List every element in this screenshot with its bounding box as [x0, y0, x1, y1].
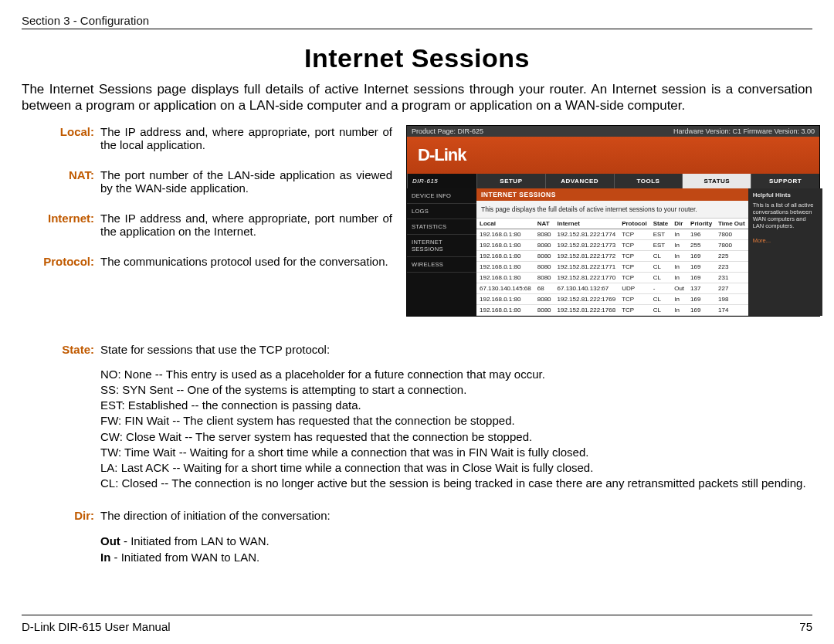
table-cell: 8080	[534, 250, 554, 261]
nav-setup[interactable]: SETUP	[476, 174, 545, 188]
table-cell: In	[671, 272, 687, 283]
table-cell: 174	[715, 304, 748, 315]
table-cell: 8080	[534, 239, 554, 250]
state-line: EST: Established -- the connection is pa…	[100, 398, 812, 413]
term-dir: Dir:	[22, 509, 94, 565]
table-cell: 67.130.140.132:67	[554, 283, 619, 293]
nav-support[interactable]: SUPPORT	[751, 174, 819, 188]
table-row: 67.130.140.145:686867.130.140.132:67UDP-…	[476, 283, 748, 293]
table-cell: In	[671, 239, 687, 250]
table-cell: TCP	[619, 261, 649, 272]
table-cell: 192.152.81.222:1768	[554, 304, 619, 315]
body-dir: The direction of initiation of the conve…	[100, 509, 812, 565]
table-cell: In	[671, 250, 687, 261]
table-cell: 192.168.0.1:80	[476, 304, 534, 315]
table-cell: CL	[650, 261, 672, 272]
table-row: 192.168.0.1:808080192.152.81.222:1768TCP…	[476, 304, 748, 315]
nav-status[interactable]: STATUS	[682, 174, 751, 188]
table-cell: 192.168.0.1:80	[476, 250, 534, 261]
body-internet: The IP address and, where appropriate, p…	[100, 212, 392, 238]
table-cell: CL	[650, 304, 672, 315]
state-line: NO: None -- This entry is used as a plac…	[100, 367, 812, 382]
intro-paragraph: The Internet Sessions page displays full…	[22, 81, 812, 114]
table-cell: In	[671, 261, 687, 272]
table-cell: 231	[715, 272, 748, 283]
table-cell: 192.168.0.1:80	[476, 229, 534, 239]
state-line: LA: Last ACK -- Waiting for a short time…	[100, 460, 812, 476]
table-cell: 169	[687, 293, 715, 304]
header-rule	[22, 29, 812, 29]
table-cell: 192.152.81.222:1771	[554, 261, 619, 272]
table-cell: CL	[650, 293, 672, 304]
table-cell: 192.152.81.222:1770	[554, 272, 619, 283]
table-cell: EST	[650, 239, 672, 250]
table-cell: Out	[671, 283, 687, 293]
footer-page: 75	[799, 620, 812, 633]
table-cell: 169	[687, 261, 715, 272]
table-cell: 137	[687, 283, 715, 293]
side-internet-sessions[interactable]: INTERNET SESSIONS	[407, 235, 476, 257]
panel-desc: This page displays the full details of a…	[476, 201, 748, 219]
table-cell: UDP	[619, 283, 649, 293]
nav-advanced[interactable]: ADVANCED	[545, 174, 614, 188]
table-cell: 8080	[534, 229, 554, 239]
body-state: State for sessions that use the TCP prot…	[100, 343, 812, 492]
hints-body: This is a list of all active conversatio…	[753, 202, 818, 229]
state-line: SS: SYN Sent -- One of the systems is at…	[100, 382, 812, 398]
hints-title: Helpful Hints	[753, 192, 818, 198]
table-cell: CL	[650, 272, 672, 283]
table-cell: 198	[715, 293, 748, 304]
table-cell: 169	[687, 272, 715, 283]
term-local: Local:	[22, 125, 94, 151]
table-cell: 169	[687, 304, 715, 315]
table-cell: 8080	[534, 272, 554, 283]
side-logs[interactable]: LOGS	[407, 204, 476, 219]
table-cell: 225	[715, 250, 748, 261]
state-line: CW: Close Wait -- The server system has …	[100, 429, 812, 445]
table-cell: In	[671, 229, 687, 239]
table-header: Local	[476, 219, 534, 229]
hints-more[interactable]: More...	[753, 237, 818, 244]
term-nat: NAT:	[22, 168, 94, 195]
table-cell: 7800	[715, 229, 748, 239]
state-line: CL: Closed -- The connection is no longe…	[100, 476, 812, 491]
table-cell: 192.168.0.1:80	[476, 293, 534, 304]
router-screenshot: Product Page: DIR-625 Hardware Version: …	[406, 125, 820, 317]
table-cell: 169	[687, 250, 715, 261]
table-header: Protocol	[619, 219, 649, 229]
page-title: Internet Sessions	[22, 43, 812, 73]
body-nat: The port number of the LAN-side applicat…	[100, 168, 392, 195]
table-cell: 192.168.0.1:80	[476, 272, 534, 283]
router-model: DIR-615	[407, 174, 476, 188]
dir-out: Out - Initiated from LAN to WAN.	[100, 533, 812, 549]
table-cell: 192.152.81.222:1769	[554, 293, 619, 304]
table-row: 192.168.0.1:808080192.152.81.222:1769TCP…	[476, 293, 748, 304]
table-cell: TCP	[619, 272, 649, 283]
table-cell: 192.168.0.1:80	[476, 239, 534, 250]
side-wireless[interactable]: WIRELESS	[407, 257, 476, 273]
table-row: 192.168.0.1:808080192.152.81.222:1772TCP…	[476, 250, 748, 261]
table-cell: TCP	[619, 250, 649, 261]
footer-rule	[22, 615, 812, 615]
panel-title: INTERNET SESSIONS	[476, 188, 748, 201]
side-device-info[interactable]: DEVICE INFO	[407, 188, 476, 204]
table-cell: TCP	[619, 239, 649, 250]
state-lead: State for sessions that use the TCP prot…	[100, 343, 812, 356]
section-header: Section 3 - Configuration	[22, 14, 812, 27]
table-cell: 192.168.0.1:80	[476, 261, 534, 272]
table-cell: 67.130.140.145:68	[476, 283, 534, 293]
sessions-table: LocalNATInternetProtocolStateDirPriority…	[476, 219, 748, 316]
dir-lead: The direction of initiation of the conve…	[100, 509, 812, 522]
term-internet: Internet:	[22, 212, 94, 238]
table-cell: 227	[715, 283, 748, 293]
side-statistics[interactable]: STATISTICS	[407, 219, 476, 235]
table-header: NAT	[534, 219, 554, 229]
dir-in: In - Initiated from WAN to LAN.	[100, 549, 812, 565]
table-cell: In	[671, 293, 687, 304]
table-cell: 8080	[534, 293, 554, 304]
table-row: 192.168.0.1:808080192.152.81.222:1771TCP…	[476, 261, 748, 272]
table-cell: TCP	[619, 304, 649, 315]
table-cell: EST	[650, 229, 672, 239]
table-row: 192.168.0.1:808080192.152.81.222:1774TCP…	[476, 229, 748, 239]
nav-tools[interactable]: TOOLS	[614, 174, 683, 188]
